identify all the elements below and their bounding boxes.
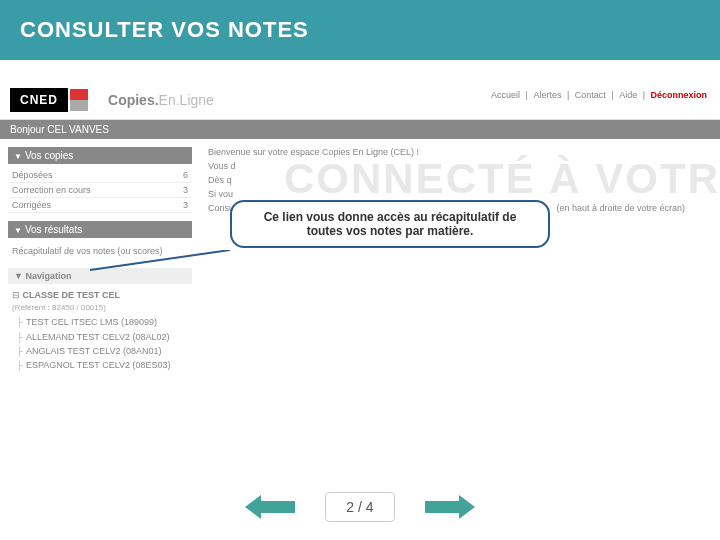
text-line: Dès q [208,175,712,185]
chevron-down-icon: ▼ [14,226,22,235]
logo-bars [70,89,88,111]
tree-item[interactable]: ANGLAIS TEST CELV2 (08AN01) [12,344,188,358]
sidebar-copies-label: Vos copies [25,150,73,161]
svg-marker-2 [425,495,475,519]
tree-item[interactable]: ALLEMAND TEST CELV2 (08AL02) [12,330,188,344]
nav-contact[interactable]: Contact [575,90,606,100]
row-label: Correction en cours [12,185,91,195]
nav-tree: ⊟ CLASSE DE TEST CEL (Référent : 82450 /… [8,284,192,377]
topnav: Accueil | Alertes | Contact | Aide | Déc… [488,90,710,100]
app-name-light: En.Ligne [159,92,214,108]
chevron-down-icon: ▼ [14,152,22,161]
content-area: Bienvenue sur votre espace Copies En Lig… [200,139,720,385]
slide-header: CONSULTER VOS NOTES [0,0,720,60]
slide-title: CONSULTER VOS NOTES [20,17,309,43]
chevron-down-icon: ▼ [14,271,23,281]
row-deposees[interactable]: Déposées6 [8,168,192,183]
row-count: 6 [183,170,188,180]
nav-deconnexion[interactable]: Déconnexion [650,90,707,100]
tree-item[interactable]: ESPAGNOL TEST CELV2 (08ES03) [12,358,188,372]
row-count: 3 [183,185,188,195]
page-indicator: 2 / 4 [325,492,394,522]
nav-alertes[interactable]: Alertes [533,90,561,100]
next-arrow-icon[interactable] [425,495,475,519]
row-corrigees[interactable]: Corrigées3 [8,198,192,213]
sidebar-nav-label: Navigation [25,271,71,281]
nav-aide[interactable]: Aide [619,90,637,100]
page-sep: / [358,499,362,515]
nav-accueil[interactable]: Accueil [491,90,520,100]
minus-icon: ⊟ [12,290,20,300]
svg-line-0 [90,250,230,270]
row-count: 3 [183,200,188,210]
greeting-bar: Bonjour CEL VANVES [0,120,720,139]
sidebar-resultats-header[interactable]: ▼Vos résultats [8,221,192,238]
svg-marker-1 [245,495,295,519]
text-line: Vous d [208,161,712,171]
tree-root[interactable]: ⊟ CLASSE DE TEST CEL [12,288,188,302]
pager: 2 / 4 [0,492,720,522]
tree-root-label: CLASSE DE TEST CEL [23,290,121,300]
text-tail: (en haut à droite de votre écran) [557,203,686,213]
app-topbar: CNED Copies.En.Ligne Accueil | Alertes |… [0,80,720,120]
page-total: 4 [366,499,374,515]
app-name: Copies.En.Ligne [108,92,214,108]
logo-cned: CNED [10,88,68,112]
row-label: Corrigées [12,200,51,210]
prev-arrow-icon[interactable] [245,495,295,519]
tree-item[interactable]: TEST CEL ITSEC LMS (189099) [12,315,188,329]
callout-box: Ce lien vous donne accès au récapitulati… [230,200,550,248]
page-current: 2 [346,499,354,515]
tree-ref: (Référent : 82450 / 00015) [12,302,188,315]
logo-block: CNED [10,88,88,112]
app-name-bold: Copies. [108,92,159,108]
sidebar-copies-header[interactable]: ▼Vos copies [8,147,192,164]
row-label: Déposées [12,170,53,180]
sidebar-resultats-label: Vos résultats [25,224,82,235]
welcome-text: Bienvenue sur votre espace Copies En Lig… [208,147,712,157]
callout-connector [90,250,230,275]
text-line: Si vou [208,189,712,199]
row-correction[interactable]: Correction en cours3 [8,183,192,198]
